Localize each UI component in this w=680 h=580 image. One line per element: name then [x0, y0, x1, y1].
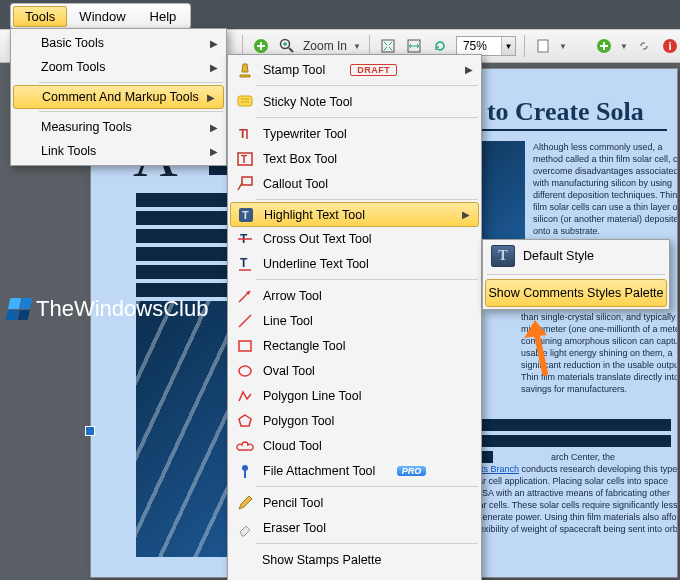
menu-window[interactable]: Window: [67, 6, 137, 27]
svg-point-27: [242, 465, 248, 471]
tool-eraser[interactable]: Eraser Tool: [228, 515, 481, 540]
svg-rect-3: [382, 40, 394, 52]
tool-arrow[interactable]: Arrow Tool: [228, 283, 481, 308]
menu-link-tools[interactable]: Link Tools▶: [11, 139, 226, 163]
cloud-icon: [236, 437, 254, 455]
polyline-icon: [236, 387, 254, 405]
sticky-note-icon: [236, 93, 254, 111]
menu-measuring-tools[interactable]: Measuring Tools▶: [11, 115, 226, 139]
highlight-icon: T: [237, 206, 255, 224]
draft-badge: DRAFT: [350, 64, 397, 76]
watermark: TheWindowsClub: [8, 296, 208, 322]
strikethrough-icon: T: [236, 230, 254, 248]
tool-pencil[interactable]: Pencil Tool: [228, 490, 481, 515]
menu-show-stamps-palette[interactable]: Show Stamps Palette: [228, 547, 481, 572]
svg-point-26: [239, 366, 251, 376]
menu-tools[interactable]: Tools: [13, 6, 67, 27]
style-thumbnail-icon: T: [491, 245, 515, 267]
text-box-icon: T: [236, 150, 254, 168]
underline-icon: T: [236, 255, 254, 273]
arrow-icon: [236, 287, 254, 305]
pushpin-icon: [236, 462, 254, 480]
menubar: Tools Window Help: [10, 3, 191, 29]
tool-oval[interactable]: Oval Tool: [228, 358, 481, 383]
svg-rect-5: [538, 40, 548, 52]
tool-line[interactable]: Line Tool: [228, 308, 481, 333]
oval-icon: [236, 362, 254, 380]
chevron-down-icon[interactable]: ▼: [501, 37, 515, 55]
tool-typewriter[interactable]: TTypewriter Tool: [228, 121, 481, 146]
typewriter-icon: T: [236, 125, 254, 143]
tool-file-attachment[interactable]: File Attachment Tool PRO: [228, 458, 481, 483]
tool-stamp[interactable]: Stamp Tool DRAFT▶: [228, 57, 481, 82]
tool-highlight-text[interactable]: THighlight Text Tool▶: [230, 202, 479, 227]
page2-intro: Although less commonly used, a method ca…: [533, 141, 678, 237]
tool-text-box[interactable]: TText Box Tool: [228, 146, 481, 171]
menu-comment-markup-tools[interactable]: Comment And Markup Tools▶: [13, 85, 224, 109]
svg-line-24: [239, 315, 251, 327]
eraser-icon: [236, 519, 254, 537]
svg-text:T: T: [242, 209, 249, 221]
tool-callout[interactable]: Callout Tool: [228, 171, 481, 196]
tool-cross-out-text[interactable]: TCross Out Text Tool: [228, 226, 481, 251]
tb-links-icon[interactable]: [634, 36, 654, 56]
tool-underline-text[interactable]: TUnderline Text Tool: [228, 251, 481, 276]
svg-text:T: T: [240, 256, 248, 270]
page2-body: than single-crystal silicon, and typical…: [521, 311, 678, 395]
tool-polygon[interactable]: Polygon Tool: [228, 408, 481, 433]
svg-line-2: [289, 48, 293, 52]
tb-zoom-icon[interactable]: [277, 36, 297, 56]
tools-dropdown: Basic Tools▶ Zoom Tools▶ Comment And Mar…: [10, 28, 227, 166]
watermark-text: TheWindowsClub: [36, 296, 208, 322]
menu-show-comments-styles-palette[interactable]: Show Comments Styles Palette: [485, 279, 667, 307]
zoom-label: Zoom In: [303, 39, 347, 53]
svg-rect-16: [242, 177, 252, 185]
menu-basic-tools[interactable]: Basic Tools▶: [11, 31, 226, 55]
menu-show-comment-toolbar[interactable]: Show Comment And Markup Toolbar: [228, 572, 481, 580]
tb-rotate-icon[interactable]: [430, 36, 450, 56]
tool-polygon-line[interactable]: Polygon Line Tool: [228, 383, 481, 408]
tb-fitwidth-icon[interactable]: [404, 36, 424, 56]
polygon-icon: [236, 412, 254, 430]
menu-zoom-tools[interactable]: Zoom Tools▶: [11, 55, 226, 79]
svg-text:T: T: [239, 127, 247, 141]
line-icon: [236, 312, 254, 330]
tb-fitpage-icon[interactable]: [378, 36, 398, 56]
menu-default-style[interactable]: TDefault Style: [485, 242, 667, 270]
rectangle-icon: [236, 337, 254, 355]
callout-icon: [236, 175, 254, 193]
tool-cloud[interactable]: Cloud Tool: [228, 433, 481, 458]
svg-text:i: i: [668, 40, 671, 52]
tool-sticky-note[interactable]: Sticky Note Tool: [228, 89, 481, 114]
tb-help-icon[interactable]: i: [660, 36, 680, 56]
svg-text:T: T: [241, 154, 247, 165]
stamp-icon: [236, 61, 254, 79]
page2-link-pre: arch Center, the: [551, 451, 678, 463]
pencil-icon: [236, 494, 254, 512]
tool-rectangle[interactable]: Rectangle Tool: [228, 333, 481, 358]
windows-logo-icon: [6, 298, 33, 320]
selection-handle[interactable]: [86, 427, 94, 435]
svg-rect-9: [238, 96, 252, 106]
highlight-style-submenu: TDefault Style Show Comments Styles Pale…: [482, 239, 670, 310]
tb-add-icon[interactable]: [251, 36, 271, 56]
pro-badge: PRO: [397, 466, 427, 476]
svg-rect-25: [239, 341, 251, 351]
tb-pagefit-icon[interactable]: [533, 36, 553, 56]
tb-plus-icon[interactable]: [594, 36, 614, 56]
menu-help[interactable]: Help: [138, 6, 189, 27]
zoom-combo[interactable]: 75%▼: [456, 36, 516, 56]
zoom-value: 75%: [457, 39, 501, 53]
comment-markup-submenu: Stamp Tool DRAFT▶ Sticky Note Tool TType…: [227, 54, 482, 580]
